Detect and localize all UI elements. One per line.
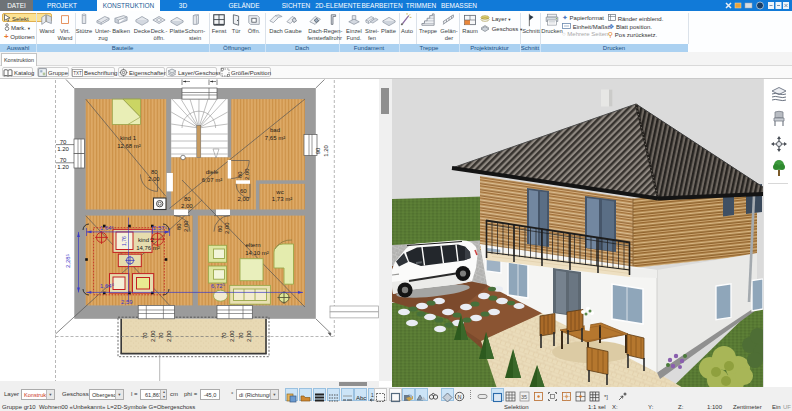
svg-text:2,00: 2,00	[183, 220, 189, 232]
svg-text:1,73 m²: 1,73 m²	[272, 196, 292, 202]
svg-text:70: 70	[142, 332, 148, 339]
svg-text:1.20: 1.20	[57, 164, 69, 170]
svg-text:bad: bad	[270, 127, 280, 133]
svg-text:2.00: 2.00	[148, 176, 160, 182]
svg-text:2,00: 2,00	[246, 330, 252, 342]
svg-text:1,76: 1,76	[121, 236, 127, 246]
svg-text:kind 1: kind 1	[120, 135, 137, 141]
svg-text:80: 80	[151, 169, 158, 175]
svg-text:2,00: 2,00	[229, 330, 235, 342]
svg-text:14,10 m²: 14,10 m²	[245, 250, 269, 256]
svg-text:80: 80	[217, 225, 223, 232]
svg-text:70: 70	[60, 139, 67, 145]
svg-text:N: N	[458, 394, 462, 400]
svg-text:2,00: 2,00	[181, 203, 193, 209]
svg-text:80: 80	[184, 196, 191, 202]
svg-text:2,00: 2,00	[166, 330, 172, 342]
svg-text:2,59: 2,59	[121, 299, 133, 305]
svg-text:kind 2: kind 2	[138, 237, 155, 243]
svg-text:eltern: eltern	[245, 242, 260, 248]
svg-text:7,65 m²: 7,65 m²	[265, 135, 285, 141]
svg-text:2,00: 2,00	[150, 330, 156, 342]
svg-text:60: 60	[240, 188, 247, 194]
svg-text:70: 70	[158, 332, 164, 339]
svg-text:wc: wc	[275, 189, 283, 195]
svg-text:70: 70	[221, 332, 227, 339]
svg-text:1.20: 1.20	[57, 146, 69, 152]
svg-text:35: 35	[521, 394, 527, 400]
svg-text:diele: diele	[206, 169, 219, 175]
svg-text:70: 70	[60, 157, 67, 163]
svg-text:TXT: TXT	[73, 70, 82, 75]
svg-text:80: 80	[176, 223, 182, 230]
svg-text:2,00: 2,00	[224, 222, 230, 234]
svg-text:14,76 m²: 14,76 m²	[136, 245, 160, 251]
svg-text:2,00: 2,00	[244, 168, 250, 180]
svg-text:90: 90	[315, 147, 321, 154]
svg-text:2,285: 2,285	[65, 254, 71, 268]
svg-text:Abc: Abc	[356, 395, 366, 401]
svg-text:70: 70	[238, 332, 244, 339]
svg-text:1.20: 1.20	[323, 145, 329, 157]
svg-text:6,07 m²: 6,07 m²	[202, 177, 222, 183]
svg-text:*]: *]	[604, 394, 608, 400]
svg-text:12,68 m²: 12,68 m²	[117, 143, 141, 149]
svg-text:80: 80	[237, 171, 243, 178]
svg-text:2,00: 2,00	[238, 196, 250, 202]
